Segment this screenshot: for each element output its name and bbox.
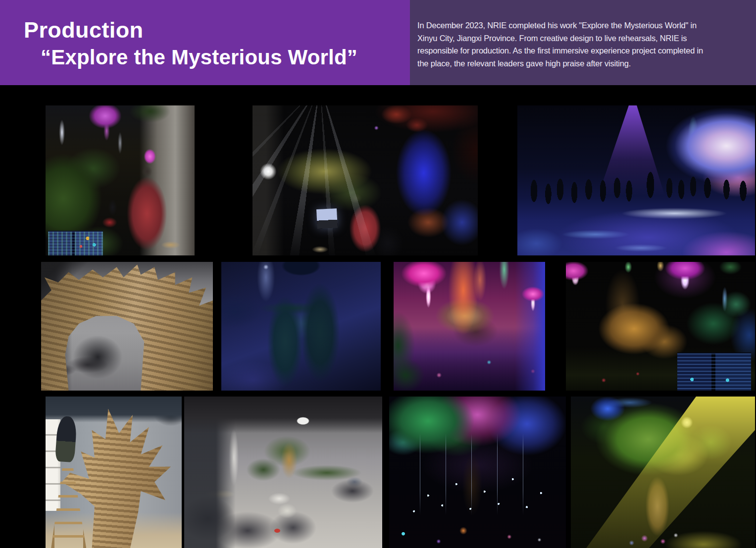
photo-glowing-canopy-strings xyxy=(389,397,566,548)
photo-worker-on-ladder xyxy=(46,397,182,548)
light-beams xyxy=(252,105,478,255)
tree-sculpture xyxy=(41,262,213,391)
light-string-tips xyxy=(407,433,549,515)
page-title: Production xyxy=(24,19,143,41)
photo-pink-mushroom-ferns xyxy=(394,262,545,391)
photo-red-coat-photographer xyxy=(46,105,195,255)
photo-mushroom-lamps-foliage xyxy=(566,262,755,391)
page-subtitle: “Explore the Mysterious World” xyxy=(41,47,357,68)
laptop-screen xyxy=(316,208,338,229)
console-screens xyxy=(677,352,751,391)
yellow-light-beam xyxy=(571,397,755,548)
crowd-silhouettes xyxy=(517,105,755,255)
photo-visitors-projection-floor xyxy=(517,105,755,255)
photo-blue-lit-tree xyxy=(221,262,381,391)
description-text: In December 2023, NRIE completed his wor… xyxy=(417,19,750,70)
console-screens xyxy=(48,231,103,255)
photo-hall-rocks-leaf xyxy=(184,397,382,548)
slide: Production “Explore the Mysterious World… xyxy=(0,0,756,548)
description-panel: In December 2023, NRIE completed his wor… xyxy=(410,0,756,85)
photo-laptop-light-beams xyxy=(252,105,478,255)
photo-yellow-beam-tree xyxy=(571,397,755,548)
title-banner: Production “Explore the Mysterious World… xyxy=(0,0,410,85)
photo-tree-arch-sculpture xyxy=(41,262,213,391)
